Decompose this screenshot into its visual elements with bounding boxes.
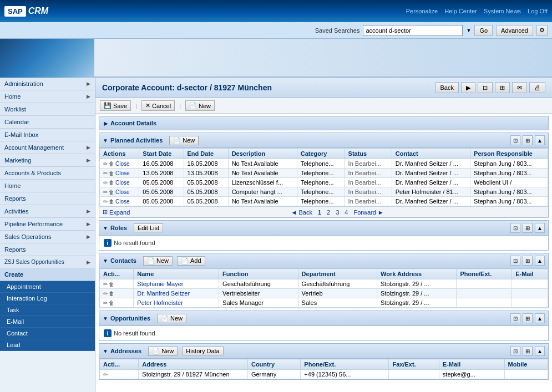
cancel-button[interactable]: ✕ Cancel	[141, 100, 175, 111]
sidebar-item-worklist[interactable]: Worklist	[0, 103, 95, 116]
edit-list-button[interactable]: Edit List	[134, 223, 163, 232]
create-lead[interactable]: Lead	[0, 339, 95, 351]
row-actions[interactable]: ✏	[100, 370, 139, 379]
close-link[interactable]: Close	[115, 180, 130, 186]
delete-icon[interactable]: 🗑	[109, 281, 114, 287]
sidebar-item-activities[interactable]: Activities ▶	[0, 205, 95, 218]
advanced-button[interactable]: Advanced	[496, 25, 533, 36]
contacts-icon-btn1[interactable]: ⊡	[510, 256, 520, 266]
opportunities-new-button[interactable]: 📄 New	[157, 314, 186, 323]
edit-icon[interactable]: ✏	[103, 180, 108, 186]
page-icon-btn1[interactable]: ⊡	[478, 82, 493, 93]
sidebar-item-accounts-products[interactable]: Accounts & Products	[0, 167, 95, 180]
contacts-header[interactable]: ▼ Contacts 📄 New 📄 Add ⊡ ⊞ ▲	[99, 253, 548, 268]
sidebar-item-pipeline-performance[interactable]: Pipeline Performance ▶	[0, 218, 95, 231]
dropdown-arrow-icon[interactable]: ▼	[466, 28, 471, 33]
addresses-new-button[interactable]: 📄 New	[148, 347, 178, 356]
search-input[interactable]	[363, 25, 463, 36]
page-icon-btn2[interactable]: ⊞	[495, 82, 510, 93]
planned-activities-new-button[interactable]: 📄 New	[169, 136, 199, 145]
page-3[interactable]: 3	[334, 209, 341, 216]
create-email[interactable]: E-Mail	[0, 316, 95, 328]
sidebar-item-home[interactable]: Home ▶	[0, 90, 95, 103]
addresses-header[interactable]: ▼ Addresses 📄 New History Data ⊡ ⊞ ▲	[99, 344, 548, 359]
roles-header[interactable]: ▼ Roles Edit List ⊡ ⊞ ▲	[99, 221, 548, 236]
system-news-link[interactable]: System News	[484, 8, 521, 14]
sidebar-item-marketing[interactable]: Marketing ▶	[0, 154, 95, 167]
delete-icon[interactable]: 🗑	[109, 291, 114, 297]
account-details-header[interactable]: ▶ Account Details	[99, 116, 548, 130]
settings-button[interactable]: ⚙	[536, 25, 548, 36]
expand-button[interactable]: ⊞ Expand	[103, 208, 130, 216]
planned-activities-header[interactable]: ▼ Planned Activities 📄 New ⊡ ⊞ ▲	[99, 133, 548, 148]
sidebar-item-sales-operations[interactable]: Sales Operations ▶	[0, 231, 95, 243]
edit-icon[interactable]: ✏	[103, 281, 108, 287]
save-button[interactable]: 💾 Save	[100, 100, 131, 111]
edit-icon[interactable]: ✏	[103, 189, 108, 195]
addr-icon-btn3[interactable]: ▲	[535, 346, 545, 356]
row-actions[interactable]: ✏ 🗑 Close	[100, 169, 139, 178]
create-contact[interactable]: Contact	[0, 328, 95, 339]
edit-icon[interactable]: ✏	[103, 291, 108, 297]
edit-icon[interactable]: ✏	[103, 170, 108, 176]
opp-icon-btn1[interactable]: ⊡	[510, 313, 520, 323]
help-center-link[interactable]: Help Center	[444, 8, 477, 14]
create-appointment[interactable]: Appointment	[0, 281, 95, 293]
section-icon-btn1[interactable]: ⊡	[510, 135, 520, 145]
delete-icon[interactable]: 🗑	[109, 189, 114, 195]
addr-icon-btn2[interactable]: ⊞	[523, 346, 533, 356]
close-link[interactable]: Close	[115, 161, 130, 167]
page-icon-btn4[interactable]: 🖨	[529, 82, 545, 93]
sidebar-item-calendar[interactable]: Calendar	[0, 116, 95, 129]
close-link[interactable]: Close	[115, 189, 130, 195]
contacts-new-button[interactable]: 📄 New	[143, 256, 173, 266]
name-cell[interactable]: Dr. Manfred Seitzer	[134, 289, 219, 298]
roles-icon-btn3[interactable]: ▲	[535, 223, 545, 233]
opportunities-header[interactable]: ▼ Opportunities 📄 New ⊡ ⊞ ▲	[99, 311, 548, 326]
sidebar-item-home2[interactable]: Home	[0, 180, 95, 192]
name-cell[interactable]: Stephanie Mayer	[134, 279, 219, 289]
sidebar-item-administration[interactable]: Administration ▶	[0, 78, 95, 90]
forward-page-link[interactable]: Forward ►	[352, 209, 385, 216]
addr-icon-btn1[interactable]: ⊡	[510, 346, 520, 356]
row-actions[interactable]: ✏ 🗑	[100, 279, 134, 289]
roles-icon-btn2[interactable]: ⊞	[523, 223, 533, 233]
roles-icon-btn1[interactable]: ⊡	[510, 223, 520, 233]
row-actions[interactable]: ✏ 🗑	[100, 298, 134, 308]
personalize-link[interactable]: Personalize	[406, 8, 438, 14]
back-button[interactable]: Back	[435, 82, 459, 93]
contacts-add-button[interactable]: 📄 Add	[177, 256, 205, 266]
sidebar-item-reports2[interactable]: Reports	[0, 243, 95, 256]
page-1[interactable]: 1	[316, 209, 323, 216]
name-cell[interactable]: Peter Hofmeister	[134, 298, 219, 308]
sidebar-item-account-management[interactable]: Account Management ▶	[0, 141, 95, 154]
row-actions[interactable]: ✏ 🗑 Close	[100, 187, 139, 197]
close-link[interactable]: Close	[115, 198, 130, 205]
back-page-link[interactable]: ◄ Back	[290, 209, 314, 216]
edit-icon[interactable]: ✏	[103, 300, 108, 306]
history-data-button[interactable]: History Data	[182, 347, 224, 355]
page-4[interactable]: 4	[343, 209, 350, 216]
forward-button[interactable]: ▶	[461, 82, 475, 93]
sidebar-item-email-inbox[interactable]: E-Mail Inbox	[0, 129, 95, 141]
delete-icon[interactable]: 🗑	[109, 300, 114, 306]
opp-icon-btn2[interactable]: ⊞	[523, 313, 533, 323]
sidebar-item-zsj[interactable]: ZSJ Sales Opportunities ▶	[0, 256, 95, 268]
row-actions[interactable]: ✏ 🗑 Close	[100, 178, 139, 187]
page-icon-btn3[interactable]: ✉	[512, 82, 527, 93]
delete-icon[interactable]: 🗑	[109, 161, 114, 167]
opp-icon-btn3[interactable]: ▲	[535, 313, 545, 323]
new-button[interactable]: 📄 New	[185, 100, 215, 111]
row-actions[interactable]: ✏ 🗑	[100, 289, 134, 298]
contacts-icon-btn3[interactable]: ▲	[535, 256, 545, 266]
go-button[interactable]: Go	[474, 25, 493, 36]
create-interaction-log[interactable]: Interaction Log	[0, 293, 95, 304]
section-icon-btn3[interactable]: ▲	[535, 135, 545, 145]
sidebar-item-reports[interactable]: Reports	[0, 192, 95, 205]
edit-icon[interactable]: ✏	[103, 371, 108, 378]
contacts-icon-btn2[interactable]: ⊞	[523, 256, 533, 266]
delete-icon[interactable]: 🗑	[109, 198, 114, 205]
create-task[interactable]: Task	[0, 304, 95, 316]
section-icon-btn2[interactable]: ⊞	[523, 135, 533, 145]
edit-icon[interactable]: ✏	[103, 198, 108, 205]
